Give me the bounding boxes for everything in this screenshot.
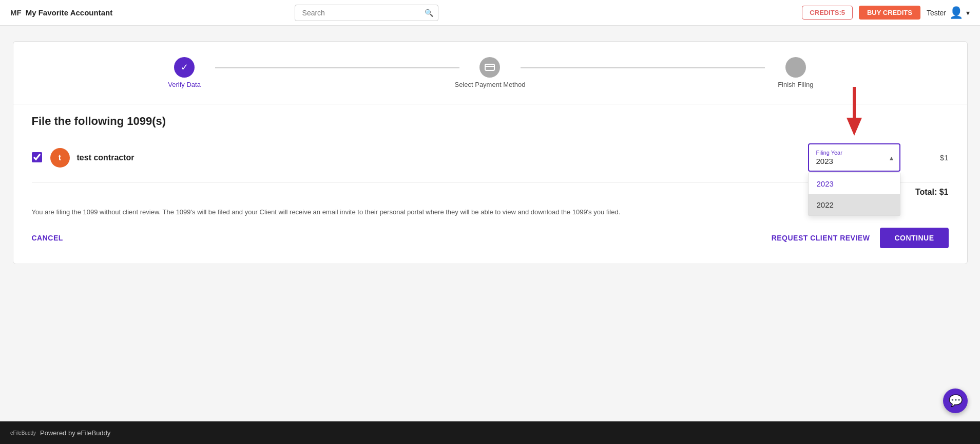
- filing-year-container: Filing Year 2023 ▴ 2023 2022: [808, 143, 900, 172]
- stepper: ✓ Verify Data Select Payment Method Fini…: [32, 57, 949, 88]
- navbar: MF My Favorite Accountant 🔍 CREDITS:5 BU…: [0, 0, 980, 26]
- footer-actions: CANCEL REQUEST CLIENT REVIEW CONTINUE: [32, 228, 949, 248]
- right-actions: REQUEST CLIENT REVIEW CONTINUE: [772, 228, 949, 248]
- search-input[interactable]: [295, 5, 438, 21]
- contractor-amount: $1: [928, 153, 949, 162]
- efile-buddy-logo: eFileBuddy: [10, 430, 36, 436]
- continue-button[interactable]: CONTINUE: [880, 228, 948, 248]
- chat-button[interactable]: 💬: [943, 388, 968, 413]
- brand: MF My Favorite Accountant: [10, 8, 112, 17]
- request-review-button[interactable]: REQUEST CLIENT REVIEW: [772, 234, 870, 242]
- dropdown-chevron-icon: ▾: [966, 9, 970, 17]
- filing-year-dropdown[interactable]: Filing Year 2023 ▴: [808, 143, 900, 172]
- contractor-checkbox[interactable]: [32, 152, 42, 162]
- navbar-right: CREDITS:5 BUY CREDITS Tester 👤 ▾: [802, 6, 970, 20]
- step-finish: Finish Filing: [643, 57, 948, 88]
- filing-year-field-label: Filing Year: [816, 150, 881, 156]
- contractor-name: test contractor: [77, 153, 801, 162]
- filing-year-chevron-icon: ▴: [890, 154, 893, 162]
- powered-by-text: Powered by eFileBuddy: [40, 429, 110, 437]
- contractor-checkbox-wrap[interactable]: [32, 152, 43, 163]
- brand-initials: MF: [10, 8, 22, 17]
- stepper-divider: [13, 104, 967, 104]
- red-arrow: [841, 87, 867, 138]
- total-label: Total: $1: [915, 188, 949, 196]
- step-verify-label: Verify Data: [168, 81, 201, 88]
- main-content: ✓ Verify Data Select Payment Method Fini…: [0, 26, 980, 280]
- brand-name: My Favorite Accountant: [26, 8, 112, 17]
- contractor-avatar: t: [50, 148, 70, 168]
- svg-rect-0: [485, 64, 494, 70]
- user-avatar-icon: 👤: [949, 6, 963, 20]
- page-title: File the following 1099(s): [32, 115, 949, 128]
- bottom-bar: eFileBuddy Powered by eFileBuddy: [0, 421, 980, 444]
- buy-credits-button[interactable]: BUY CREDITS: [859, 6, 920, 20]
- step-finish-circle: [785, 57, 806, 78]
- credits-button[interactable]: CREDITS:5: [802, 6, 853, 20]
- search-container: 🔍: [295, 5, 438, 21]
- step-payment-label: Select Payment Method: [454, 81, 525, 88]
- step-payment: Select Payment Method: [337, 57, 643, 88]
- year-option-2022[interactable]: 2022: [809, 194, 900, 215]
- step-verify-circle: ✓: [174, 57, 195, 78]
- user-name: Tester: [927, 9, 946, 17]
- step-finish-label: Finish Filing: [778, 81, 813, 88]
- step-payment-circle: [479, 57, 500, 78]
- search-icon: 🔍: [425, 9, 433, 17]
- main-card: ✓ Verify Data Select Payment Method Fini…: [13, 41, 968, 264]
- filing-year-selected-value: 2023: [816, 157, 881, 165]
- step-verify: ✓ Verify Data: [32, 57, 337, 88]
- user-section[interactable]: Tester 👤 ▾: [927, 6, 970, 20]
- filing-year-dropdown-menu: 2023 2022: [808, 173, 900, 216]
- chat-icon: 💬: [949, 394, 963, 408]
- cancel-button[interactable]: CANCEL: [32, 234, 63, 242]
- contractor-row: t test contractor Filing Year 2023 ▴: [32, 138, 949, 177]
- year-option-2023[interactable]: 2023: [809, 173, 900, 194]
